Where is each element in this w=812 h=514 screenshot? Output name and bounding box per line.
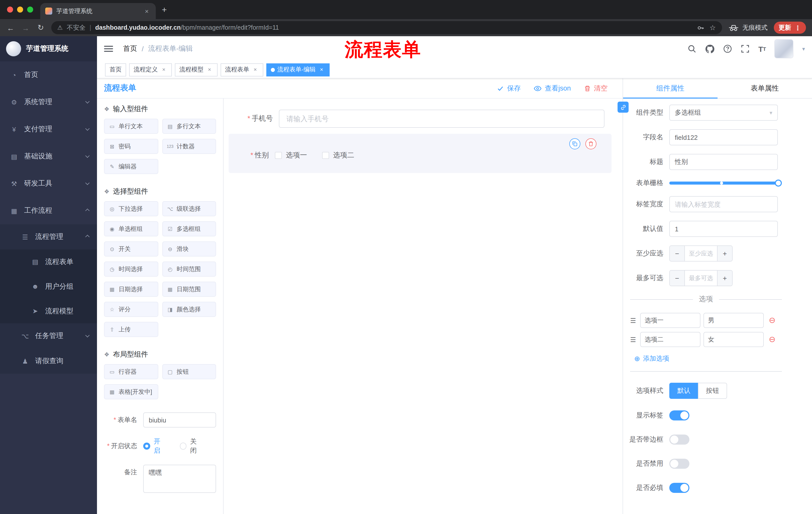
canvas-field-gender[interactable]: *性别 选项一 选项二: [229, 151, 611, 160]
breadcrumb-home[interactable]: 首页: [123, 44, 137, 53]
palette-item-row-container[interactable]: ▭行容器: [104, 364, 158, 379]
tag-close-icon[interactable]: ×: [160, 66, 167, 73]
status-on-radio[interactable]: 开启: [143, 437, 167, 455]
decrease-button[interactable]: −: [670, 246, 685, 261]
title-input[interactable]: [669, 154, 778, 170]
sidebar-item-leave-query[interactable]: ♟ 请假查询: [0, 349, 97, 374]
palette-item-date-range[interactable]: ▦日期范围: [162, 282, 216, 297]
search-icon[interactable]: [687, 44, 696, 53]
phone-input[interactable]: [279, 110, 605, 128]
palette-item-multiline-text[interactable]: ▤多行文本: [162, 119, 216, 134]
tag-process-model[interactable]: 流程模型 ×: [175, 63, 218, 76]
tag-process-definition[interactable]: 流程定义 ×: [129, 63, 172, 76]
form-canvas[interactable]: *手机号: [224, 99, 622, 514]
tag-close-icon[interactable]: ×: [318, 66, 325, 73]
warning-icon[interactable]: ⚠: [57, 24, 63, 31]
palette-item-select[interactable]: ◎下拉选择: [104, 201, 158, 216]
sidebar-item-workflow[interactable]: ▦ 工作流程: [0, 197, 97, 224]
remove-option-icon[interactable]: ⊖: [769, 335, 776, 344]
github-icon[interactable]: [705, 44, 715, 54]
sidebar-item-process-model[interactable]: ➤ 流程模型: [0, 299, 97, 323]
bookmark-star-icon[interactable]: ☆: [709, 24, 716, 32]
default-value-input[interactable]: [669, 221, 778, 237]
field-name-input[interactable]: [669, 129, 778, 145]
zoom-window-button[interactable]: [27, 6, 33, 12]
view-json-button[interactable]: 查看json: [533, 84, 571, 93]
add-option-button[interactable]: ⊕ 添加选项: [623, 354, 812, 363]
drag-handle-icon[interactable]: ☰: [629, 336, 637, 343]
palette-item-switch[interactable]: ⊙开关: [104, 241, 158, 256]
palette-item-table[interactable]: ▦表格[开发中]: [104, 384, 158, 399]
palette-item-cascader[interactable]: ⌥级联选择: [162, 201, 216, 216]
disabled-toggle[interactable]: [669, 459, 689, 469]
delete-widget-button[interactable]: [585, 138, 597, 150]
increase-button[interactable]: +: [717, 271, 732, 286]
data-binding-badge[interactable]: [617, 102, 629, 113]
sidebar-item-process-management[interactable]: ☰ 流程管理: [0, 224, 97, 249]
option-style-button-button[interactable]: 按钮: [698, 383, 727, 399]
border-toggle[interactable]: [669, 435, 689, 444]
address-bar[interactable]: ⚠ 不安全 | dashboard.yudao.iocoder.cn/bpm/m…: [51, 21, 722, 34]
palette-item-upload[interactable]: ⇧上传: [104, 322, 158, 337]
fullscreen-icon[interactable]: [741, 44, 750, 53]
palette-item-slider[interactable]: ⊖滑块: [162, 241, 216, 256]
option-value-input[interactable]: [703, 313, 764, 328]
browser-update-button[interactable]: 更新 ⋮: [774, 22, 806, 34]
palette-item-radio-group[interactable]: ◉单选框组: [104, 221, 158, 236]
palette-item-password[interactable]: ⊠密码: [104, 139, 158, 154]
font-size-icon[interactable]: TT: [758, 45, 766, 53]
option-name-input[interactable]: [640, 313, 700, 328]
palette-item-counter[interactable]: 123计数器: [162, 139, 216, 154]
palette-item-editor[interactable]: ✎编辑器: [104, 159, 158, 174]
sidebar-item-process-form[interactable]: ▤ 流程表单: [0, 249, 97, 274]
checkbox-option-2[interactable]: 选项二: [322, 151, 354, 160]
tag-home[interactable]: 首页: [105, 63, 126, 76]
selected-widget-gender[interactable]: *性别 选项一 选项二: [229, 134, 611, 173]
save-button[interactable]: 保存: [497, 84, 521, 93]
clear-button[interactable]: 清空: [584, 84, 608, 93]
menu-dots-icon[interactable]: ⋮: [795, 24, 801, 31]
min-select-value[interactable]: 至少应选: [685, 246, 717, 261]
form-remark-textarea[interactable]: 嘿嘿: [143, 465, 216, 493]
sidebar-item-user-group[interactable]: ☻ 用户分组: [0, 274, 97, 299]
tag-process-form-edit[interactable]: 流程表单-编辑 ×: [266, 63, 330, 76]
sidebar-item-infrastructure[interactable]: ▤ 基础设施: [0, 143, 97, 170]
palette-item-checkbox-group[interactable]: ☑多选框组: [162, 221, 216, 236]
sidebar-item-home[interactable]: ◔ 首页: [0, 61, 97, 88]
palette-item-date-picker[interactable]: ▦日期选择: [104, 282, 158, 297]
status-off-radio[interactable]: 关闭: [180, 437, 203, 455]
close-window-button[interactable]: [7, 6, 13, 12]
tab-close-icon[interactable]: ×: [143, 7, 151, 15]
forward-icon[interactable]: →: [21, 23, 30, 32]
sidebar-item-payment-management[interactable]: ¥ 支付管理: [0, 116, 97, 143]
palette-item-rate[interactable]: ☆评分: [104, 302, 158, 317]
avatar[interactable]: [775, 39, 794, 58]
tag-close-icon[interactable]: ×: [252, 66, 259, 73]
decrease-button[interactable]: −: [670, 271, 685, 286]
sidebar-item-system-management[interactable]: ⚙ 系统管理: [0, 88, 97, 116]
option-style-default-button[interactable]: 默认: [669, 383, 698, 399]
option-value-input[interactable]: [703, 332, 764, 347]
show-label-toggle[interactable]: [669, 410, 689, 421]
option-name-input[interactable]: [640, 332, 700, 347]
key-icon[interactable]: [697, 24, 704, 31]
new-tab-button[interactable]: +: [162, 5, 167, 15]
increase-button[interactable]: +: [717, 246, 732, 261]
palette-item-single-line-text[interactable]: ▭单行文本: [104, 119, 158, 134]
checkbox-option-1[interactable]: 选项一: [275, 151, 307, 160]
label-width-input[interactable]: [669, 196, 778, 212]
tag-close-icon[interactable]: ×: [206, 66, 213, 73]
max-select-value[interactable]: 最多可选: [685, 271, 717, 286]
copy-widget-button[interactable]: [569, 138, 580, 150]
component-type-select[interactable]: 多选框组▾: [669, 105, 778, 121]
tab-component-props[interactable]: 组件属性: [623, 78, 718, 98]
tag-process-form[interactable]: 流程表单 ×: [221, 63, 263, 76]
sidebar-item-devtools[interactable]: ⚒ 研发工具: [0, 170, 97, 197]
palette-item-time-picker[interactable]: ◷时间选择: [104, 262, 158, 277]
palette-item-button[interactable]: ▢按钮: [162, 364, 216, 379]
caret-down-icon[interactable]: ▾: [802, 46, 805, 52]
back-icon[interactable]: ←: [6, 23, 15, 32]
canvas-field-phone[interactable]: *手机号: [229, 110, 605, 128]
slider-handle[interactable]: [775, 180, 782, 187]
reload-icon[interactable]: ↻: [36, 23, 45, 32]
